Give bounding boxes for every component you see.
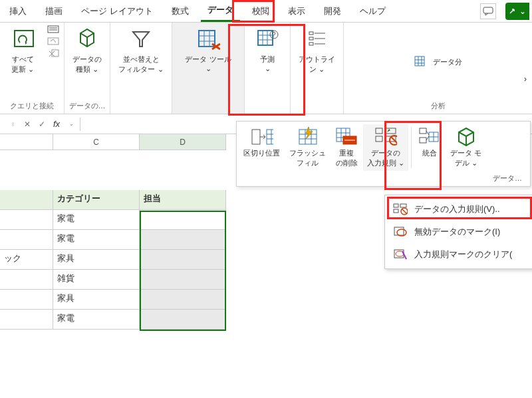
partial-cell[interactable] <box>0 230 53 250</box>
outline-icon <box>305 28 329 52</box>
remove-duplicates-label: 重複 の削除 <box>336 148 358 168</box>
comments-icon[interactable] <box>480 3 496 19</box>
share-button[interactable]: ⌄ <box>505 3 529 20</box>
forecast-icon: ? <box>255 28 279 52</box>
namebox-expander[interactable]: ⦂ <box>5 117 20 132</box>
menu-draw[interactable]: 描画 <box>39 1 69 21</box>
flash-fill-button[interactable]: フラッシュ フィル <box>285 124 330 171</box>
ribbon-group-outline: アウトライ ン ⌄ <box>291 23 344 114</box>
partial-cell[interactable] <box>0 270 53 290</box>
clear-marks-icon <box>393 249 408 260</box>
svg-rect-61 <box>394 209 398 213</box>
data-tools-button[interactable]: データ ツール ⌄ <box>176 25 240 76</box>
dd-clear-marks-label: 入力規則マークのクリア( <box>414 249 512 260</box>
cell-category[interactable]: 家電 <box>53 230 140 250</box>
header-assignee[interactable]: 担当 <box>140 190 226 210</box>
data-tools-label: データ ツール ⌄ <box>185 54 231 73</box>
sort-filter-label: 並べ替えと フィルター ⌄ <box>118 54 163 74</box>
cell-assignee[interactable] <box>140 250 226 270</box>
col-header-d[interactable]: D <box>140 134 226 150</box>
fx-dropdown[interactable]: ⌄ <box>64 117 78 132</box>
fx-button[interactable]: fx <box>49 119 64 129</box>
data-analysis-label: データ分 <box>433 57 462 67</box>
cell-assignee[interactable] <box>140 270 226 290</box>
ribbon-group-analysis: データ分 › 分析 <box>344 23 532 114</box>
dd-data-validation-label: データの入力規則(V).. <box>414 203 500 215</box>
svg-rect-64 <box>394 227 404 235</box>
partial-cell[interactable] <box>0 210 53 230</box>
header-category[interactable]: カテゴリー <box>53 190 140 210</box>
data-validation-icon <box>374 127 397 147</box>
data-validation-button[interactable]: データの 入力規則 ⌄ <box>363 124 408 171</box>
col-header-c[interactable]: C <box>53 134 140 150</box>
dd-circle-invalid[interactable]: 無効データのマーク(I) <box>385 221 532 243</box>
data-validation-dropdown: データの入力規則(V).. 無効データのマーク(I) 入力規則マークのクリア( <box>384 195 532 269</box>
col-header-partial[interactable] <box>0 134 53 150</box>
circle-invalid-icon <box>393 226 408 238</box>
remove-duplicates-icon <box>335 127 358 147</box>
svg-rect-48 <box>376 128 382 134</box>
group-label-datatypes: データの… <box>69 98 106 114</box>
menu-developer[interactable]: 開発 <box>317 1 348 21</box>
connections-side-icons[interactable] <box>47 25 60 58</box>
data-analysis-button[interactable]: データ分 <box>410 53 466 70</box>
menu-help[interactable]: ヘルプ <box>353 1 392 21</box>
cell-category[interactable]: 家電 <box>53 310 140 330</box>
cell-assignee[interactable] <box>140 230 226 250</box>
outline-label: アウトライ ン ⌄ <box>299 54 335 74</box>
text-to-columns-button[interactable]: 区切り位置 <box>239 124 284 171</box>
menu-data[interactable]: データ <box>201 0 240 22</box>
partial-cell[interactable]: ック <box>0 250 53 270</box>
confirm-entry-button[interactable]: ✓ <box>35 117 49 132</box>
cell-category[interactable]: 家電 <box>53 210 140 230</box>
data-model-button[interactable]: データ モ デル ⌄ <box>446 124 485 171</box>
menu-page-layout[interactable]: ページ レイアウト <box>74 1 160 21</box>
ribbon-group-forecast: ? 予測 ⌄ <box>245 23 291 114</box>
data-model-label: データ モ デル ⌄ <box>450 148 481 168</box>
cell-category[interactable]: 雑貨 <box>53 270 140 290</box>
menubar: 挿入 描画 ページ レイアウト 数式 データ 校閲 表示 開発 ヘルプ ⌄ <box>0 0 532 23</box>
ribbon-group-sortfilter: 並べ替えと フィルター ⌄ <box>110 23 172 114</box>
data-model-icon <box>455 127 477 147</box>
ribbon-overflow-chevron[interactable]: › <box>524 74 527 84</box>
consolidate-button[interactable]: 統合 <box>414 124 445 171</box>
data-tools-icon <box>196 28 220 52</box>
refresh-icon <box>11 28 35 52</box>
svg-text:?: ? <box>272 31 276 39</box>
cell-assignee[interactable] <box>140 310 226 330</box>
menu-review[interactable]: 校閲 <box>245 1 276 21</box>
data-validation-label: データの 入力規則 ⌄ <box>367 148 404 168</box>
subribbon-label: データ… <box>239 171 527 186</box>
svg-rect-26 <box>415 56 424 66</box>
header-cell-partial[interactable] <box>0 190 53 210</box>
cancel-entry-button[interactable]: ✕ <box>20 117 35 132</box>
dd-data-validation[interactable]: データの入力規則(V).. <box>385 198 532 221</box>
menu-formulas[interactable]: 数式 <box>165 1 196 21</box>
data-types-icon <box>75 28 99 52</box>
cell-category[interactable]: 家具 <box>53 250 140 270</box>
forecast-button[interactable]: ? 予測 ⌄ <box>249 25 286 76</box>
data-types-button[interactable]: データの 種類 ⌄ <box>68 25 106 77</box>
menu-view[interactable]: 表示 <box>281 1 312 21</box>
svg-rect-54 <box>420 128 426 134</box>
ribbon-group-queries: すべて 更新 ⌄ クエリと接続 <box>0 23 65 114</box>
svg-line-53 <box>391 137 397 144</box>
cell-assignee[interactable] <box>140 290 226 310</box>
dd-clear-marks[interactable]: 入力規則マークのクリア( <box>385 243 532 266</box>
remove-duplicates-button[interactable]: 重複 の削除 <box>331 124 362 171</box>
menu-insert[interactable]: 挿入 <box>3 1 33 21</box>
svg-rect-0 <box>483 7 493 13</box>
partial-cell[interactable] <box>0 290 53 310</box>
cell-category[interactable]: 家具 <box>53 290 140 310</box>
flash-fill-icon <box>297 127 319 147</box>
sort-filter-button[interactable]: 並べ替えと フィルター ⌄ <box>114 25 168 77</box>
ribbon-group-datatypes: データの 種類 ⌄ データの… <box>65 23 110 114</box>
svg-rect-21 <box>309 37 313 40</box>
refresh-all-button[interactable]: すべて 更新 ⌄ <box>4 25 41 77</box>
cell-assignee[interactable] <box>140 210 226 230</box>
partial-cell[interactable] <box>0 310 53 330</box>
ribbon: すべて 更新 ⌄ クエリと接続 データの 種類 ⌄ データの… <box>0 23 532 114</box>
flash-fill-label: フラッシュ フィル <box>289 148 326 168</box>
svg-rect-59 <box>394 204 398 207</box>
outline-button[interactable]: アウトライ ン ⌄ <box>295 25 339 77</box>
